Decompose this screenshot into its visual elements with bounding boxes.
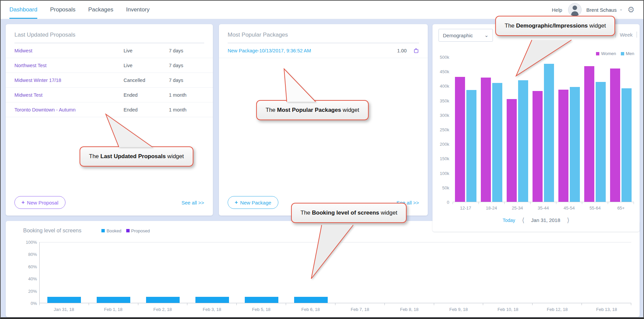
proposal-link[interactable]: Midwest Test [14, 92, 124, 98]
bar-group [558, 87, 580, 202]
bar-men [570, 87, 580, 202]
x-tick-label: Feb 6, 18 [286, 307, 335, 312]
bar-group [40, 242, 89, 303]
bar-women [558, 90, 568, 202]
y-tick-label: 100% [18, 240, 37, 245]
help-link[interactable]: Help [552, 7, 562, 13]
x-tick-label: Feb 12, 18 [533, 307, 582, 312]
x-tick-label: 35-44 [530, 206, 556, 211]
legend-item: Men [621, 51, 634, 56]
widget-title: Most Popular Packages [219, 24, 428, 43]
table-row: New Package-10/13/2017, 9:36:52 AM 1.00 [219, 43, 428, 58]
see-all-proposals-link[interactable]: See all >> [181, 200, 204, 206]
proposal-status: Live [124, 63, 169, 68]
date-label: Jan 31, 2018 [531, 217, 560, 223]
proposal-link[interactable]: Midwest [14, 48, 124, 53]
demographic-chart [453, 57, 634, 202]
period-week-tab[interactable]: Week [620, 32, 633, 38]
x-tick-label: Feb 13, 18 [582, 307, 631, 312]
prev-date-icon[interactable]: ⟨ [522, 216, 524, 224]
proposal-link[interactable]: Midwest Winter 17/18 [14, 78, 124, 83]
widget-title: Last Updated Proposals [6, 24, 213, 43]
proposal-link[interactable]: Northwest Test [14, 63, 124, 68]
legend-swatch [621, 52, 624, 55]
bar-group [533, 242, 582, 303]
packages-table: New Package-10/13/2017, 9:36:52 AM 1.00 [219, 43, 428, 58]
bar-group [610, 69, 632, 202]
bar-women [533, 91, 543, 202]
nav-item-inventory[interactable]: Inventory [126, 1, 149, 19]
x-tick-label: 65+ [608, 206, 634, 211]
x-axis-ticks [453, 202, 634, 204]
x-tick-label: Feb 3, 18 [187, 307, 237, 312]
y-tick-label: 40% [18, 276, 37, 281]
y-tick-label: 50k [432, 185, 449, 190]
proposal-status: Ended [124, 92, 169, 98]
nav-items: DashboardProposalsPackagesInventory [9, 1, 149, 19]
nav-item-proposals[interactable]: Proposals [50, 1, 76, 19]
plus-icon: + [235, 199, 238, 206]
x-tick-label: Feb 2, 18 [138, 307, 187, 312]
bar-women [481, 78, 491, 202]
y-tick-label: 80% [18, 252, 37, 257]
proposal-updated: 7 days [169, 63, 204, 68]
x-tick-label: Feb 9, 18 [434, 307, 483, 312]
x-tick-label: Jan 31, 18 [39, 307, 89, 312]
divider [615, 32, 616, 38]
bar-group [187, 242, 237, 303]
user-name[interactable]: Brent Schaus [586, 7, 616, 13]
y-tick-label: 100k [432, 171, 449, 176]
bar-women [584, 66, 594, 202]
gear-icon[interactable]: ⚙ [627, 6, 635, 14]
nav-item-dashboard[interactable]: Dashboard [9, 1, 37, 19]
chart-legend: Women Men [596, 51, 634, 56]
bar-booked [47, 297, 81, 303]
bar-group [138, 242, 188, 303]
bar-group [582, 242, 631, 303]
next-date-icon[interactable]: ⟩ [567, 216, 569, 224]
proposal-updated: 1 month [169, 107, 204, 112]
proposal-updated: 7 days [169, 48, 204, 53]
bar-booked [195, 297, 229, 303]
proposal-status: Cancelled [124, 78, 169, 83]
bar-men [492, 83, 502, 202]
widget-title: Booking level of screens [23, 228, 81, 234]
callout-booking-level: The Booking level of screens widget [291, 203, 407, 223]
bar-group [533, 64, 554, 202]
legend-swatch [126, 229, 130, 232]
y-tick-label: 60% [18, 264, 37, 269]
avatar[interactable] [568, 3, 582, 16]
bar-group [584, 66, 606, 202]
demographic-dropdown[interactable]: Demographic ⌄ [439, 29, 493, 42]
bar-booked [146, 297, 180, 303]
callout-last-updated-proposals: The Last Updated Proposals widget [80, 146, 193, 167]
bar-group [89, 242, 138, 303]
chart-legend: Booked Proposed [101, 228, 150, 233]
table-row: Midwest Live 7 days [6, 43, 213, 58]
person-icon [568, 3, 581, 16]
y-tick-label: 0 [432, 200, 449, 205]
x-tick-label: 18-24 [478, 206, 504, 211]
x-tick-label: Feb 7, 18 [335, 307, 385, 312]
nav-item-packages[interactable]: Packages [88, 1, 113, 19]
new-package-button[interactable]: + New Package [228, 196, 278, 209]
new-proposal-button[interactable]: + New Proposal [14, 196, 65, 209]
callout-tail [279, 65, 321, 103]
x-tick-label: Feb 1, 18 [89, 307, 138, 312]
bar-group [507, 80, 528, 202]
legend-swatch [596, 52, 599, 55]
y-tick-label: 400k [432, 84, 449, 89]
x-axis-ticks [39, 303, 631, 305]
callout-tail [306, 223, 358, 281]
chevron-down-icon: ⌄ [484, 32, 489, 38]
today-button[interactable]: Today [503, 218, 515, 223]
copy-icon[interactable] [413, 48, 419, 53]
x-axis-labels: Jan 31, 18Feb 1, 18Feb 2, 18Feb 3, 18Feb… [39, 307, 631, 312]
nav-user-area: Help Brent Schaus ⌄ ⚙ [552, 3, 635, 16]
bar-men [466, 90, 476, 202]
x-tick-label: Feb 10, 18 [483, 307, 533, 312]
package-link[interactable]: New Package-10/13/2017, 9:36:52 AM [228, 48, 397, 53]
bar-group [385, 242, 434, 303]
chevron-down-icon[interactable]: ⌄ [619, 7, 623, 11]
bar-women [507, 99, 517, 202]
